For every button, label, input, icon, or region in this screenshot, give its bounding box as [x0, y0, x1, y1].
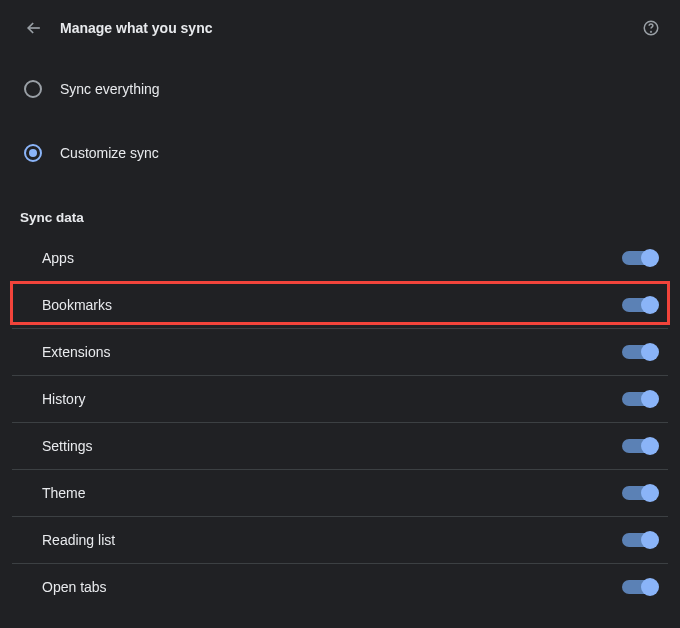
toggle-reading-list[interactable]: [622, 533, 656, 547]
list-item: Open tabs: [12, 564, 668, 610]
list-item: Reading list: [12, 517, 668, 564]
page-header: Manage what you sync: [0, 0, 680, 56]
list-item-label: Extensions: [42, 344, 622, 360]
list-item-label: Theme: [42, 485, 622, 501]
list-item-label: Bookmarks: [42, 297, 622, 313]
toggle-theme[interactable]: [622, 486, 656, 500]
list-item: Extensions: [12, 329, 668, 376]
sync-mode-radio-group: Sync everything Customize sync: [0, 56, 680, 176]
toggle-history[interactable]: [622, 392, 656, 406]
back-arrow-icon[interactable]: [24, 18, 44, 38]
list-item-label: Open tabs: [42, 579, 622, 595]
toggle-open-tabs[interactable]: [622, 580, 656, 594]
page-title: Manage what you sync: [60, 20, 642, 36]
radio-button[interactable]: [24, 80, 42, 98]
list-item: History: [12, 376, 668, 423]
toggle-apps[interactable]: [622, 251, 656, 265]
sync-data-list: Apps Bookmarks Extensions History Settin…: [0, 233, 680, 610]
radio-customize-sync[interactable]: Customize sync: [0, 130, 680, 176]
toggle-bookmarks[interactable]: [622, 298, 656, 312]
radio-label: Sync everything: [60, 81, 160, 97]
toggle-settings[interactable]: [622, 439, 656, 453]
list-item-label: History: [42, 391, 622, 407]
sync-data-section-title: Sync data: [0, 176, 680, 233]
list-item: Apps: [12, 235, 668, 282]
list-item-label: Reading list: [42, 532, 622, 548]
svg-point-1: [651, 31, 652, 32]
toggle-extensions[interactable]: [622, 345, 656, 359]
list-item-label: Settings: [42, 438, 622, 454]
list-item-label: Apps: [42, 250, 622, 266]
help-icon[interactable]: [642, 19, 660, 37]
list-item: Bookmarks: [12, 282, 668, 329]
list-item: Theme: [12, 470, 668, 517]
radio-sync-everything[interactable]: Sync everything: [0, 66, 680, 112]
list-item: Settings: [12, 423, 668, 470]
radio-button[interactable]: [24, 144, 42, 162]
radio-label: Customize sync: [60, 145, 159, 161]
